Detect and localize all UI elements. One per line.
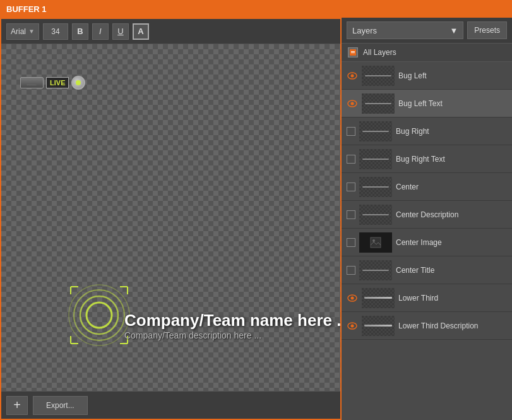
export-button[interactable]: Export... xyxy=(33,396,88,415)
layer-item[interactable]: Bug Right Text xyxy=(342,145,512,173)
svg-rect-13 xyxy=(351,51,355,52)
live-dot xyxy=(76,80,81,85)
font-dropdown-arrow: ▼ xyxy=(28,28,35,35)
thumb-inner xyxy=(359,205,392,225)
layer-name: Bug Right Text xyxy=(396,155,507,164)
title-label: BUFFER 1 xyxy=(6,4,47,14)
layer-thumbnail xyxy=(359,260,392,280)
thumb-line xyxy=(362,186,389,188)
layer-name: Lower Third Description xyxy=(398,321,507,330)
thumb-line xyxy=(362,159,389,160)
layer-checkbox[interactable] xyxy=(347,266,355,275)
title-bar: BUFFER 1 xyxy=(0,0,512,18)
layer-checkbox[interactable] xyxy=(347,155,355,164)
layer-thumbnail xyxy=(362,93,395,114)
thumb-line xyxy=(362,131,389,132)
layer-item[interactable]: Center Image xyxy=(342,229,512,256)
bottom-bar: + Export... xyxy=(1,391,340,419)
layer-name: Bug Right xyxy=(396,127,507,136)
presets-button[interactable]: Presets xyxy=(467,21,507,39)
layer-item[interactable]: Bug Right xyxy=(342,117,512,145)
thumb-line xyxy=(362,214,389,215)
layer-item[interactable]: Center Title xyxy=(342,256,512,284)
svg-point-22 xyxy=(351,296,354,299)
svg-rect-14 xyxy=(351,52,355,53)
layer-name: Bug Left xyxy=(398,71,507,80)
font-size[interactable]: 34 xyxy=(43,23,68,40)
thumb-inner xyxy=(359,177,392,197)
svg-point-18 xyxy=(351,102,354,105)
main-container: BUFFER 1 Arial ▼ 34 B I U A xyxy=(0,0,512,420)
italic-button[interactable]: I xyxy=(92,23,109,40)
layer-item[interactable]: Center Description xyxy=(342,201,512,229)
thumb-line xyxy=(365,75,391,76)
layers-header: Layers ▼ Presets xyxy=(342,18,512,44)
svg-point-16 xyxy=(351,74,354,77)
layer-checkbox[interactable] xyxy=(347,127,355,136)
layer-eye-icon[interactable] xyxy=(347,70,358,81)
layer-eye-icon[interactable] xyxy=(347,292,358,304)
content-area: Arial ▼ 34 B I U A ___ LIVE xyxy=(0,18,512,420)
layer-thumbnail xyxy=(362,66,395,86)
thumb-inner xyxy=(359,260,392,280)
thumb-line xyxy=(362,270,389,271)
layer-item[interactable]: Bug Left xyxy=(342,62,512,90)
layer-name: Center xyxy=(396,183,507,191)
layer-thumbnail xyxy=(359,177,392,197)
svg-point-0 xyxy=(69,285,129,345)
svg-point-1 xyxy=(74,290,124,340)
font-value: Arial xyxy=(11,27,26,36)
font-select[interactable]: Arial ▼ xyxy=(6,23,39,40)
thumb-line xyxy=(365,103,391,104)
underline-button[interactable]: U xyxy=(112,23,129,40)
add-button[interactable]: + xyxy=(6,396,28,415)
bold-button[interactable]: B xyxy=(72,23,88,40)
svg-rect-19 xyxy=(371,237,381,248)
layer-thumbnail xyxy=(362,316,395,336)
circle-graphic xyxy=(64,280,134,350)
layer-thumbnail xyxy=(359,205,392,225)
layer-thumbnail xyxy=(359,232,392,253)
layer-eye-icon[interactable] xyxy=(347,98,358,109)
thumb-inner xyxy=(359,149,392,169)
canvas-text-area: Company/Team name here ... Company/Team … xyxy=(124,311,328,340)
layer-eye-icon[interactable] xyxy=(347,320,358,332)
layers-list: Bug LeftBug Left TextBug RightBug Right … xyxy=(342,62,512,420)
layer-thumbnail xyxy=(359,149,392,169)
layer-name: Center Image xyxy=(396,238,507,247)
thumb-inner xyxy=(362,93,395,114)
layer-item[interactable]: Lower Third xyxy=(342,284,512,312)
layers-dropdown[interactable]: Layers ▼ xyxy=(347,21,463,39)
layer-name: Center Title xyxy=(396,266,507,275)
layer-checkbox[interactable] xyxy=(347,183,355,191)
svg-point-24 xyxy=(351,324,354,327)
all-layers-label: All Layers xyxy=(363,48,396,57)
layer-checkbox[interactable] xyxy=(347,238,355,247)
canvas-area: ___ LIVE xyxy=(1,44,340,391)
all-layers-icon xyxy=(348,47,358,57)
layer-item[interactable]: Center xyxy=(342,173,512,201)
all-layers-row[interactable]: All Layers xyxy=(342,44,512,62)
live-label: LIVE xyxy=(46,77,69,88)
layer-name: Center Description xyxy=(396,210,507,219)
layer-name: Bug Left Text xyxy=(398,99,507,108)
left-panel: Arial ▼ 34 B I U A ___ LIVE xyxy=(0,18,342,420)
right-panel: Layers ▼ Presets All Layers Bug Left xyxy=(342,18,512,420)
color-button[interactable]: A xyxy=(133,23,149,40)
thumb-inner xyxy=(362,66,395,86)
layer-thumbnail xyxy=(362,288,395,308)
live-badge: ___ LIVE xyxy=(20,76,85,90)
layer-thumbnail xyxy=(359,121,392,141)
toolbar: Arial ▼ 34 B I U A xyxy=(1,19,340,44)
live-container: ___ xyxy=(20,77,44,88)
layers-dropdown-arrow: ▼ xyxy=(449,26,458,35)
thumb-inner xyxy=(362,316,395,336)
layers-title: Layers xyxy=(352,26,377,35)
layer-item[interactable]: Bug Left Text xyxy=(342,90,512,117)
sub-title: Company/Team description here ... xyxy=(124,330,328,340)
layer-item[interactable]: Lower Third Description xyxy=(342,312,512,340)
live-underline: ___ xyxy=(27,80,37,86)
live-circle xyxy=(71,76,85,90)
layer-checkbox[interactable] xyxy=(347,210,355,219)
thumb-inner xyxy=(362,288,395,308)
